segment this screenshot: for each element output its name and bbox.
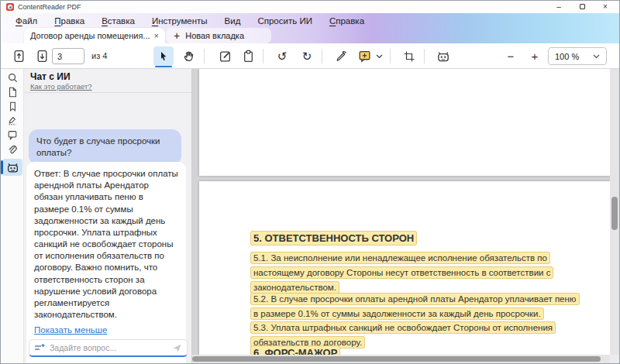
how-it-works-link[interactable]: Как это работает?	[30, 82, 92, 91]
close-button[interactable]: ×	[601, 3, 610, 11]
tab-document-label: Договор аренды помещения...	[30, 31, 150, 40]
edit-document-button[interactable]	[215, 46, 235, 66]
toolbar-separator	[390, 49, 391, 64]
maximize-icon	[580, 4, 585, 9]
ai-answer-text: Ответ: В случае просрочки оплаты арендно…	[34, 168, 178, 321]
toolbar-separator	[263, 49, 264, 64]
bookmarks-panel-icon[interactable]	[1, 99, 24, 113]
horizontal-scrollbar[interactable]	[192, 355, 610, 363]
tab-bar: Договор аренды помещения... × + Новая вк…	[1, 28, 619, 43]
menu-file[interactable]: Файл	[7, 13, 46, 28]
ai-assistant-button[interactable]	[433, 46, 453, 66]
next-page-button[interactable]	[32, 46, 52, 66]
vertical-scrollbar-thumb[interactable]	[611, 197, 618, 230]
menu-help[interactable]: Справка	[321, 13, 373, 28]
comment-dropdown-chevron-icon[interactable]	[374, 46, 385, 66]
app-logo-icon	[6, 3, 14, 11]
app-title: ContentReader PDF	[18, 3, 81, 11]
menu-ask-ai[interactable]: Спросить ИИ	[249, 13, 320, 28]
menu-insert[interactable]: Вставка	[93, 13, 143, 28]
zoom-level-value: 100 %	[555, 52, 579, 61]
menu-bar: Файл Правка Вставка Инструменты Вид Спро…	[1, 13, 619, 28]
prompt-suggestions-icon[interactable]	[34, 343, 46, 353]
toolbar-separator	[322, 49, 322, 64]
sidebar-icon-strip	[1, 69, 24, 363]
hand-tool-button[interactable]	[178, 46, 198, 66]
rotate-left-icon[interactable]: ↺	[272, 46, 292, 66]
chat-input-bar[interactable]	[29, 339, 188, 357]
add-comment-button[interactable]	[354, 46, 374, 66]
comments-panel-icon[interactable]	[1, 128, 24, 142]
doc-clause-5-1: 5.1. За неисполнение или ненадлежащее ис…	[250, 251, 579, 295]
pen-annotation-button[interactable]	[331, 46, 351, 66]
doc-section-5-heading: 5. ОТВЕТСТВЕННОСТЬ СТОРОН	[250, 231, 579, 246]
rotate-right-icon[interactable]: ↻	[297, 46, 317, 66]
ai-answer-bubble: Ответ: В случае просрочки оплаты арендно…	[26, 162, 186, 364]
page-number-input[interactable]	[52, 48, 84, 64]
zoom-in-button[interactable]: +	[525, 46, 545, 66]
chat-panel-title: Чат с ИИ	[30, 71, 71, 82]
chevron-down-icon	[593, 54, 600, 59]
vertical-scrollbar[interactable]	[610, 69, 619, 355]
doc-clause-5-2: 5.2. В случае просрочки оплаты арендной …	[250, 292, 579, 321]
document-page-previous	[199, 69, 611, 176]
tab-new-label: Новая вкладка	[185, 31, 244, 40]
chat-divider	[24, 92, 191, 93]
send-icon[interactable]	[172, 343, 182, 353]
select-tool-button[interactable]	[153, 46, 174, 66]
toolbar-separator	[204, 49, 205, 64]
zoom-out-button[interactable]: −	[501, 46, 521, 66]
document-viewer[interactable]: 5. ОТВЕТСТВЕННОСТЬ СТОРОН 5.1. За неиспо…	[192, 69, 619, 363]
page-total-label: из 4	[91, 51, 107, 60]
toolbar-separator	[424, 49, 425, 64]
horizontal-scrollbar-thumb[interactable]	[192, 356, 601, 362]
ask-question-input[interactable]	[50, 343, 172, 352]
zoom-level-dropdown[interactable]: 100 %	[548, 47, 607, 65]
ai-chat-panel-icon-active[interactable]	[2, 159, 22, 176]
window-controls: – ×	[554, 3, 619, 11]
previous-page-button[interactable]	[9, 46, 29, 66]
maximize-button[interactable]	[577, 3, 587, 11]
clipboard-button[interactable]	[238, 46, 258, 66]
search-icon[interactable]	[1, 70, 24, 84]
toolbar: из 4 ↺ ↻	[1, 43, 619, 69]
menu-tools[interactable]: Инструменты	[143, 13, 216, 28]
signature-panel-icon[interactable]	[1, 114, 24, 128]
ai-chat-panel: Чат с ИИ Как это работает? Что будет в с…	[24, 69, 192, 363]
attachments-panel-icon[interactable]	[1, 143, 24, 156]
menu-edit[interactable]: Правка	[46, 13, 93, 28]
pages-panel-icon[interactable]	[1, 85, 24, 99]
document-page-current: 5. ОТВЕТСТВЕННОСТЬ СТОРОН 5.1. За неиспо…	[199, 181, 611, 356]
tab-close-icon[interactable]: ×	[154, 31, 159, 40]
plus-icon: +	[174, 29, 180, 42]
show-less-link[interactable]: Показать меньше	[34, 325, 107, 336]
tab-document[interactable]: Договор аренды помещения... ×	[24, 28, 165, 43]
app-window: ContentReader PDF – × Файл Правка Вставк…	[0, 0, 620, 364]
tab-new[interactable]: + Новая вкладка	[166, 28, 271, 43]
title-bar: ContentReader PDF – ×	[1, 1, 619, 13]
menu-view[interactable]: Вид	[216, 13, 250, 28]
menu-tab-band: Файл Правка Вставка Инструменты Вид Спро…	[1, 13, 619, 43]
minimize-button[interactable]: –	[554, 3, 563, 11]
user-message-bubble: Что будет в случае просрочки оплаты?	[29, 129, 181, 165]
crop-tool-button[interactable]	[399, 46, 419, 66]
scrollbar-corner	[610, 355, 619, 363]
